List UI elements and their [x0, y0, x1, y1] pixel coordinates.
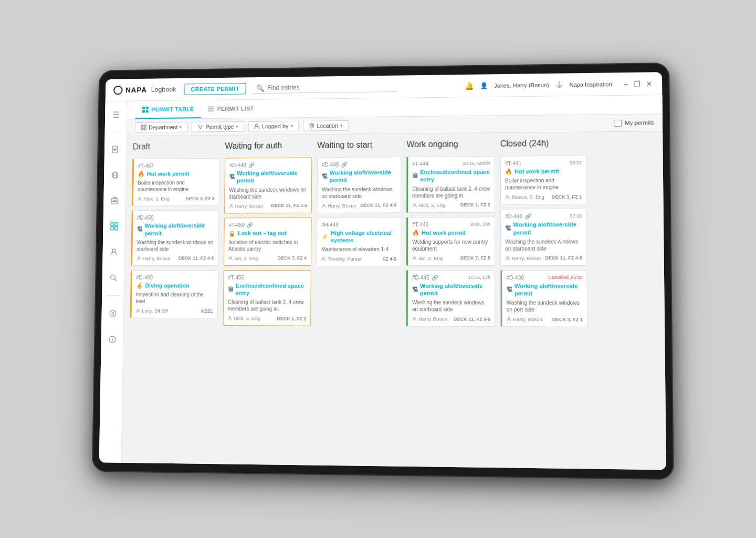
filter-location-label: Location [317, 122, 338, 129]
card-footer-t441: Blanca, 3. Eng DECK 3, FZ 1 [505, 194, 582, 200]
column-waiting-auth: Waiting for auth #D-448 🔗 🏗 Working alof… [222, 141, 312, 459]
card-title-d448-start: 🏗 Working aloft/overside permit [322, 169, 397, 184]
window-controls: − ❐ ✕ [623, 79, 654, 88]
card-desc-t457: Boiler inspection and maintenance in eng… [138, 179, 215, 193]
card-user-t457: Rick, 3. Eng [138, 196, 170, 202]
card-title-t444: 🏛 Enclosed/confined space entry [412, 168, 490, 183]
sidebar-item-tools[interactable] [104, 305, 121, 322]
card-desc-d448-auth: Washing the sundeck windows on starboard… [229, 186, 307, 200]
close-button[interactable]: ✕ [645, 79, 654, 88]
svg-point-18 [109, 311, 116, 317]
chevron-down-icon-4: ▾ [340, 123, 343, 128]
card-t441[interactable]: 09:22 #T-441 🔥 Hot work permit Boiler in… [500, 156, 587, 205]
card-location-t450: DECK 7, FZ 4 [277, 256, 307, 261]
svg-point-39 [230, 204, 233, 206]
card-d440[interactable]: 07:20 #D-440 🔗 🏗 Working aloft/overside … [500, 209, 587, 266]
sidebar-item-user[interactable] [106, 244, 122, 260]
chevron-down-icon-3: ▾ [290, 123, 293, 129]
card-time-d439: Cancelled, 05:40 [548, 275, 582, 280]
card-user-d459: Harry, Bosun [136, 255, 171, 261]
my-permits-checkbox[interactable] [615, 119, 622, 126]
card-desc-d460: Inspection and cleaning of the keel [136, 291, 214, 305]
search-icon: 🔍 [256, 84, 265, 92]
card-desc-t446: Welding supports for new pantry equipmen… [412, 239, 490, 252]
svg-rect-14 [114, 227, 118, 230]
card-title-d460: 🤞 Diving operation [136, 282, 214, 289]
card-id-d448-start: #D-448 🔗 [322, 161, 397, 168]
card-d460[interactable]: #D-460 🤞 Diving operation Inspection and… [130, 270, 218, 318]
bell-icon[interactable]: 🔔 [465, 81, 474, 90]
card-d459[interactable]: #D-459 🏗 Working aloft/overside permit W… [131, 210, 219, 266]
sidebar-item-globe[interactable] [107, 167, 123, 183]
permit-table-label: PERMIT TABLE [151, 106, 194, 112]
svg-point-40 [229, 256, 232, 258]
card-t444[interactable]: 00:15, 60min #T-444 🏛 Enclosed/confined … [406, 156, 495, 213]
card-time-t441: 09:22 [570, 160, 582, 165]
card-footer-h449: Timothy, Purser FZ 4-5 [321, 256, 396, 262]
card-desc-d440: Washing the sundeck windows on starboard… [505, 238, 582, 252]
card-id-h449: #H-449 [321, 222, 396, 227]
card-d445[interactable]: 11:15, 12h #D-445 🔗 🏗 Working aloft/over… [406, 270, 496, 327]
card-d448-start[interactable]: #D-448 🔗 🏗 Working aloft/overside permit… [317, 157, 401, 213]
column-waiting-auth-header: Waiting for auth [225, 141, 312, 154]
tab-permit-table[interactable]: PERMIT TABLE [135, 100, 201, 119]
card-footer-d459: Harry, Bosun DECK 11, FZ 4-5 [136, 255, 214, 261]
card-title-h449: ⚡ High voltage electrical systems [321, 229, 396, 244]
card-t446[interactable]: 9:00, 10h #T-446 🔥 Hot work permit Weldi… [406, 216, 495, 266]
tab-permit-list[interactable]: PERMIT LIST [201, 100, 261, 118]
card-d448-auth[interactable]: #D-448 🔗 🏗 Working aloft/overside permit… [224, 157, 312, 213]
fire-icon-t446: 🔥 [412, 229, 419, 236]
card-id-t455: #T-455 [228, 275, 307, 281]
tablet-frame: NAPA Logbook CREATE PERMIT 🔍 🔔 👤 Jones, … [92, 63, 674, 480]
ship-label: Napa Inspiration [569, 81, 612, 88]
card-desc-d445: Washing the sundeck windows on starboard… [412, 299, 490, 314]
card-footer-t446: Ian, 2. Eng DECK 7, FZ 5 [412, 255, 490, 261]
sidebar-item-clipboard[interactable] [106, 192, 122, 209]
building-icon-d445: 🏗 [412, 286, 418, 293]
minimize-button[interactable]: − [623, 79, 629, 88]
top-bar-right: 🔔 👤 Jones, Harry (Bosun) ⚓ Napa Inspirat… [465, 79, 654, 90]
building-icon-d439: 🏗 [507, 286, 512, 293]
filter-permit-type[interactable]: Permit type ▾ [192, 121, 244, 132]
card-id-d460: #D-460 [136, 275, 214, 281]
card-t450[interactable]: #T-450 🔗 🔒 Lock out – tag out Isolation … [224, 217, 312, 266]
card-t457[interactable]: #T-457 🔥 Hot work permit Boiler inspecti… [132, 158, 220, 206]
filter-logged-by-label: Logged by [262, 123, 288, 129]
card-desc-h449: Maintenance of elevators 1-4 [321, 246, 396, 253]
link-icon-d448s: 🔗 [341, 162, 347, 168]
svg-rect-31 [144, 125, 146, 127]
building-icon-d448s: 🏗 [322, 173, 328, 180]
filter-location[interactable]: Location ▾ [303, 120, 349, 131]
maximize-button[interactable]: ❐ [633, 79, 642, 88]
user-icon: 👤 [480, 82, 488, 89]
card-d439[interactable]: Cancelled, 05:40 #D-439 🏗 Working aloft/… [500, 270, 587, 327]
svg-point-47 [507, 195, 509, 198]
svg-point-37 [138, 257, 140, 259]
sidebar-item-doc[interactable] [107, 141, 123, 158]
card-time-t446: 9:00, 10h [470, 221, 490, 226]
card-footer-d460: Lucy, Sft Off KEEL [135, 308, 213, 314]
chevron-down-icon: ▾ [180, 125, 182, 130]
link-icon-t450: 🔗 [247, 222, 253, 228]
svg-point-35 [310, 125, 312, 127]
card-location-d459: DECK 11, FZ 4-5 [178, 256, 214, 261]
sidebar-item-search[interactable] [105, 270, 121, 286]
card-t455[interactable]: #T-455 🏛 Enclosed/confined space entry C… [223, 270, 311, 326]
card-user-d460: Lucy, Sft Off [135, 308, 168, 314]
sidebar-item-menu[interactable]: ☰ [108, 106, 124, 122]
user-label: Jones, Harry (Bosun) [494, 81, 549, 88]
svg-point-49 [508, 318, 510, 320]
svg-rect-33 [144, 128, 146, 130]
card-desc-t455: Cleaning of ballast tank 2. 4 crew membe… [228, 299, 307, 313]
create-permit-button[interactable]: CREATE PERMIT [184, 83, 246, 95]
sidebar-item-grid[interactable] [106, 218, 122, 234]
card-h449[interactable]: #H-449 ⚡ High voltage electrical systems… [317, 217, 401, 266]
sidebar-item-info[interactable] [104, 331, 120, 348]
filter-department[interactable]: Department ▾ [135, 122, 188, 132]
filter-logged-by[interactable]: Logged by ▾ [248, 121, 299, 131]
svg-point-46 [414, 317, 416, 319]
card-footer-d440: Harry, Bosun DECK 11, FZ 4-5 [505, 255, 582, 261]
search-input[interactable] [267, 82, 392, 91]
card-user-d448-start: Harry, Bosun [321, 202, 356, 208]
svg-point-41 [229, 317, 231, 319]
